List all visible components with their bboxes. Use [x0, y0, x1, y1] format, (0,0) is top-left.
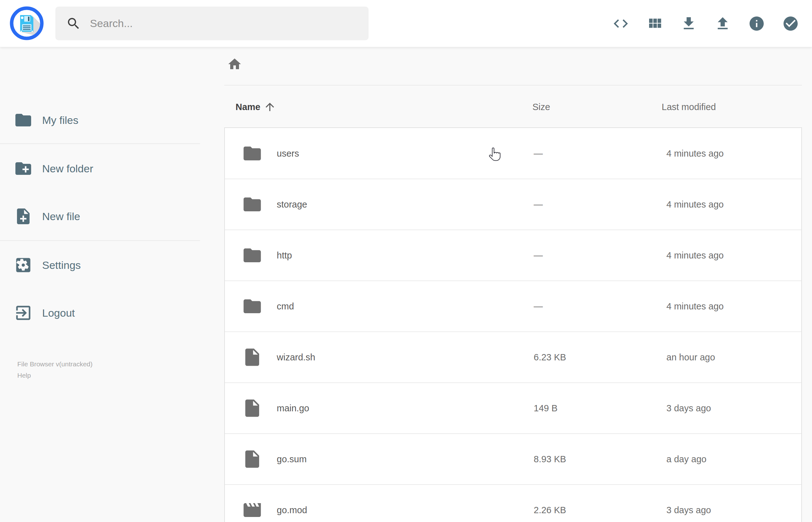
sidebar-item-new-file[interactable]: New file	[14, 207, 80, 226]
file-modified: 4 minutes ago	[666, 148, 724, 159]
top-bar	[0, 0, 812, 47]
check-circle-icon[interactable]	[782, 15, 799, 32]
file-modified: a day ago	[666, 454, 706, 464]
movie-icon	[242, 500, 263, 520]
settings-icon	[14, 256, 33, 275]
sidebar-divider	[0, 143, 200, 144]
table-row[interactable]: users — 4 minutes ago	[225, 128, 801, 179]
sidebar-item-label: New file	[42, 210, 80, 223]
file-icon	[242, 347, 263, 367]
breadcrumb-divider	[224, 85, 802, 85]
file-name: storage	[277, 199, 307, 210]
sidebar-item-label: Settings	[42, 259, 81, 272]
table-row[interactable]: cmd — 4 minutes ago	[225, 281, 801, 332]
file-name: http	[277, 250, 292, 261]
code-icon[interactable]	[612, 15, 629, 32]
sidebar: My files New folder New file Settings Lo…	[0, 47, 200, 522]
app-logo[interactable]	[10, 6, 44, 40]
file-modified: 4 minutes ago	[666, 301, 724, 312]
file-listing: users — 4 minutes ago storage — 4 minute…	[224, 127, 802, 522]
grid-view-icon[interactable]	[646, 15, 663, 32]
download-icon[interactable]	[680, 15, 697, 32]
file-size: —	[534, 148, 543, 159]
file-name: users	[277, 148, 299, 159]
table-row[interactable]: storage — 4 minutes ago	[225, 179, 801, 229]
new-folder-icon	[14, 159, 33, 178]
arrow-up-icon	[264, 101, 276, 113]
sidebar-footer: File Browser v(untracked) Help	[17, 359, 93, 381]
file-modified: an hour ago	[666, 352, 715, 363]
sidebar-item-label: New folder	[42, 163, 94, 175]
file-icon	[242, 449, 263, 469]
table-row[interactable]: wizard.sh 6.23 KB an hour ago	[225, 332, 801, 382]
file-name: wizard.sh	[277, 352, 316, 363]
file-modified: 4 minutes ago	[666, 199, 724, 210]
sidebar-item-settings[interactable]: Settings	[14, 255, 81, 275]
column-header-name[interactable]: Name	[236, 101, 276, 113]
file-size: 149 B	[534, 403, 557, 414]
file-icon	[242, 398, 263, 419]
search-icon	[66, 16, 81, 31]
folder-icon	[14, 111, 33, 129]
search-bar[interactable]	[55, 6, 369, 40]
file-name: main.go	[277, 403, 309, 414]
app-version: File Browser v(untracked)	[17, 359, 93, 370]
folder-icon	[242, 245, 263, 266]
logout-icon	[14, 303, 33, 322]
folder-icon	[242, 143, 263, 164]
upload-icon[interactable]	[714, 15, 731, 32]
file-modified: 4 minutes ago	[666, 250, 724, 261]
file-size: —	[534, 199, 543, 210]
sidebar-item-my-files[interactable]: My files	[14, 111, 78, 130]
search-input[interactable]	[90, 17, 354, 29]
file-size: 8.93 KB	[534, 454, 566, 464]
sidebar-item-label: My files	[42, 114, 78, 126]
column-header-modified[interactable]: Last modified	[662, 102, 716, 112]
table-row[interactable]: http — 4 minutes ago	[225, 229, 801, 281]
file-name: cmd	[277, 301, 294, 312]
folder-icon	[242, 296, 263, 317]
file-modified: 3 days ago	[666, 505, 711, 516]
sidebar-divider	[0, 240, 200, 241]
floppy-disk-logo-icon	[10, 6, 44, 40]
file-size: 2.26 KB	[534, 505, 566, 516]
help-link[interactable]: Help	[17, 370, 93, 381]
file-size: 6.23 KB	[534, 352, 566, 363]
folder-icon	[242, 194, 263, 215]
info-icon[interactable]	[748, 15, 765, 32]
new-file-icon	[14, 207, 33, 226]
table-row[interactable]: main.go 149 B 3 days ago	[225, 382, 801, 433]
sidebar-item-label: Logout	[42, 307, 75, 319]
column-header-size[interactable]: Size	[532, 102, 550, 112]
table-row[interactable]: go.mod 2.26 KB 3 days ago	[225, 484, 801, 522]
table-row[interactable]: go.sum 8.93 KB a day ago	[225, 433, 801, 484]
file-modified: 3 days ago	[666, 403, 711, 414]
breadcrumb-home-icon[interactable]	[227, 57, 242, 72]
file-name: go.sum	[277, 454, 307, 464]
sidebar-item-new-folder[interactable]: New folder	[14, 159, 94, 178]
file-name: go.mod	[277, 505, 307, 516]
header-actions	[612, 0, 799, 47]
file-size: —	[534, 250, 543, 261]
column-name-label: Name	[236, 102, 260, 112]
file-size: —	[534, 301, 543, 312]
listing-header: Name Size Last modified	[224, 94, 802, 120]
sidebar-item-logout[interactable]: Logout	[14, 303, 75, 323]
